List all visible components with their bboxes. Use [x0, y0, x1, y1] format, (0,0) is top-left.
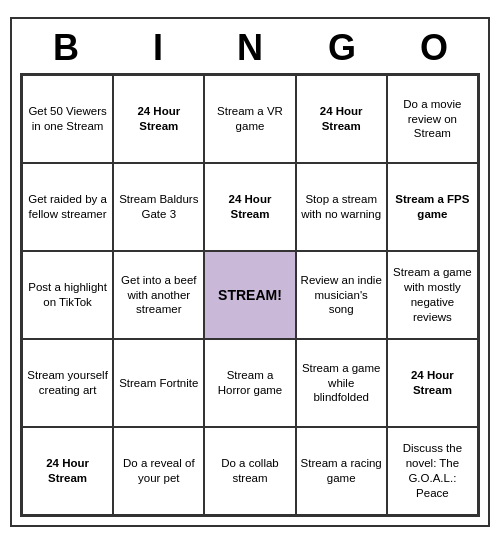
cell-r1-c3: Stop a stream with no warning [296, 163, 387, 251]
bingo-letter: G [298, 27, 386, 69]
cell-r3-c1: Stream Fortnite [113, 339, 204, 427]
bingo-letter: B [22, 27, 110, 69]
cell-r3-c4: 24 Hour Stream [387, 339, 478, 427]
cell-r4-c3: Stream a racing game [296, 427, 387, 515]
cell-r0-c2: Stream a VR game [204, 75, 295, 163]
cell-r3-c2: Stream a Horror game [204, 339, 295, 427]
cell-r0-c1: 24 Hour Stream [113, 75, 204, 163]
cell-r4-c4: Discuss the novel: The G.O.A.L.: Peace [387, 427, 478, 515]
cell-r1-c4: Stream a FPS game [387, 163, 478, 251]
cell-r1-c0: Get raided by a fellow streamer [22, 163, 113, 251]
bingo-letter: O [390, 27, 478, 69]
cell-r2-c1: Get into a beef with another streamer [113, 251, 204, 339]
cell-r3-c0: Stream yourself creating art [22, 339, 113, 427]
cell-r2-c4: Stream a game with mostly negative revie… [387, 251, 478, 339]
cell-r1-c1: Stream Baldurs Gate 3 [113, 163, 204, 251]
bingo-card: BINGO Get 50 Viewers in one Stream24 Hou… [10, 17, 490, 527]
bingo-grid: Get 50 Viewers in one Stream24 Hour Stre… [20, 73, 480, 517]
cell-r0-c3: 24 Hour Stream [296, 75, 387, 163]
bingo-letter: I [114, 27, 202, 69]
cell-r0-c0: Get 50 Viewers in one Stream [22, 75, 113, 163]
cell-r3-c3: Stream a game while blindfolded [296, 339, 387, 427]
free-space: STREAM! [204, 251, 295, 339]
cell-r4-c0: 24 Hour Stream [22, 427, 113, 515]
bingo-letter: N [206, 27, 294, 69]
cell-r4-c2: Do a collab stream [204, 427, 295, 515]
cell-r1-c2: 24 Hour Stream [204, 163, 295, 251]
cell-r2-c0: Post a highlight on TikTok [22, 251, 113, 339]
cell-r0-c4: Do a movie review on Stream [387, 75, 478, 163]
cell-r2-c3: Review an indie musician's song [296, 251, 387, 339]
bingo-title: BINGO [20, 27, 480, 69]
cell-r4-c1: Do a reveal of your pet [113, 427, 204, 515]
